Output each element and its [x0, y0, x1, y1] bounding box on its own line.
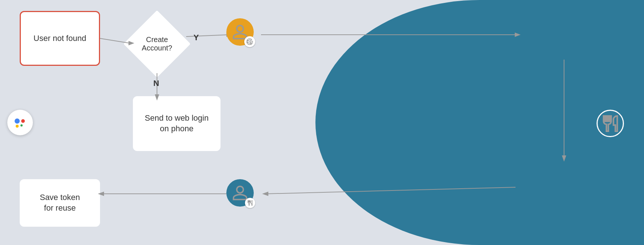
- no-label: N: [153, 79, 159, 88]
- save-token-node: Save tokenfor reuse: [20, 179, 100, 227]
- yes-label: Y: [193, 33, 199, 42]
- create-account-diamond: CreateAccount?: [128, 15, 186, 73]
- assistant-logo: [12, 114, 28, 131]
- fork-badge: [245, 198, 255, 208]
- svg-point-17: [20, 124, 23, 127]
- foodbot-badge-icon: [597, 110, 626, 139]
- user-not-found-label: User not found: [34, 33, 86, 44]
- person-silhouette-teal: [232, 185, 248, 201]
- user-not-found-node: User not found: [20, 11, 100, 66]
- svg-point-14: [15, 118, 20, 124]
- background-right: [315, 0, 644, 245]
- foodbot-user-icon: [226, 179, 259, 212]
- svg-point-15: [21, 119, 25, 123]
- fork-knife-icon: [601, 114, 620, 133]
- google-user-icon: [226, 18, 259, 51]
- google-assistant-icon: [7, 110, 37, 139]
- save-token-label: Save tokenfor reuse: [40, 192, 80, 213]
- svg-point-16: [16, 125, 19, 128]
- diamond-label: CreateAccount?: [142, 35, 172, 52]
- create-account-text: CreateAccount?: [142, 35, 172, 52]
- send-web-login-node: Send to web loginon phone: [133, 96, 221, 151]
- send-web-label: Send to web loginon phone: [145, 113, 209, 134]
- google-badge: [244, 36, 255, 47]
